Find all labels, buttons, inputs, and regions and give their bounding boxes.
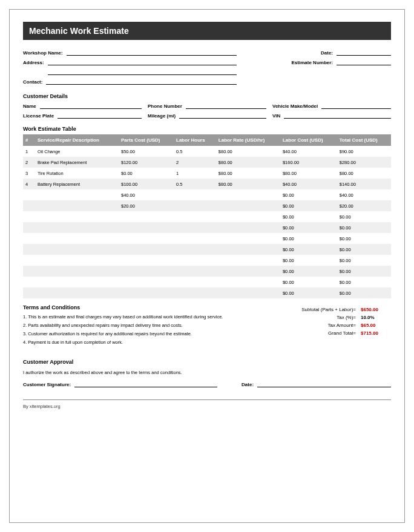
cell-desc[interactable]: [35, 244, 119, 255]
cell-hours[interactable]: [174, 211, 216, 222]
signature-input[interactable]: [74, 381, 217, 387]
cell-total[interactable]: $0.00: [337, 222, 391, 233]
cell-num[interactable]: [23, 255, 35, 266]
date-input[interactable]: [337, 50, 391, 56]
cell-desc[interactable]: [35, 233, 119, 244]
cell-rate[interactable]: [216, 287, 280, 298]
cell-rate[interactable]: [216, 244, 280, 255]
cell-num[interactable]: 3: [23, 168, 35, 179]
cell-num[interactable]: [23, 211, 35, 222]
cell-total[interactable]: $40.00: [337, 189, 391, 200]
cell-desc[interactable]: Brake Pad Replacement: [35, 157, 119, 168]
cell-hours[interactable]: 1: [174, 168, 216, 179]
vehicle-input[interactable]: [321, 103, 391, 109]
cell-hours[interactable]: [174, 277, 216, 287]
cell-parts[interactable]: [119, 233, 174, 244]
cell-desc[interactable]: Tire Rotation: [35, 168, 119, 179]
cell-desc[interactable]: [35, 266, 119, 277]
cell-labor[interactable]: $80.00: [280, 168, 337, 179]
cell-labor[interactable]: $0.00: [280, 287, 337, 298]
cell-hours[interactable]: [174, 255, 216, 266]
cell-num[interactable]: [23, 287, 35, 298]
cell-rate[interactable]: [216, 211, 280, 222]
cell-parts[interactable]: $0.00: [119, 168, 174, 179]
cell-num[interactable]: [23, 222, 35, 233]
cell-num[interactable]: [23, 189, 35, 200]
cell-labor[interactable]: $0.00: [280, 222, 337, 233]
cell-total[interactable]: $140.00: [337, 179, 391, 189]
mileage-input[interactable]: [179, 113, 266, 119]
cell-total[interactable]: $80.00: [337, 168, 391, 179]
cell-desc[interactable]: [35, 287, 119, 298]
cell-num[interactable]: [23, 200, 35, 211]
cell-rate[interactable]: [216, 277, 280, 287]
cell-total[interactable]: $0.00: [337, 255, 391, 266]
cell-total[interactable]: $280.00: [337, 157, 391, 168]
cell-hours[interactable]: 0.5: [174, 146, 216, 157]
cell-hours[interactable]: 2: [174, 157, 216, 168]
contact-input[interactable]: [46, 79, 236, 85]
cell-desc[interactable]: [35, 200, 119, 211]
cell-rate[interactable]: $80.00: [216, 157, 280, 168]
cell-parts[interactable]: [119, 277, 174, 287]
customer-name-input[interactable]: [40, 103, 142, 109]
cell-rate[interactable]: $80.00: [216, 179, 280, 189]
cell-num[interactable]: [23, 233, 35, 244]
cell-total[interactable]: $0.00: [337, 277, 391, 287]
cell-parts[interactable]: [119, 266, 174, 277]
cell-hours[interactable]: [174, 287, 216, 298]
cell-desc[interactable]: [35, 189, 119, 200]
cell-desc[interactable]: [35, 255, 119, 266]
cell-total[interactable]: $0.00: [337, 266, 391, 277]
cell-total[interactable]: $0.00: [337, 211, 391, 222]
address-input-2[interactable]: [48, 69, 237, 75]
cell-parts[interactable]: $50.00: [119, 146, 174, 157]
cell-desc[interactable]: [35, 211, 119, 222]
cell-total[interactable]: $0.00: [337, 244, 391, 255]
cell-parts[interactable]: $20.00: [119, 200, 174, 211]
cell-rate[interactable]: [216, 233, 280, 244]
cell-labor[interactable]: $0.00: [280, 266, 337, 277]
cell-labor[interactable]: $160.00: [280, 157, 337, 168]
cell-labor[interactable]: $0.00: [280, 211, 337, 222]
cell-labor[interactable]: $40.00: [280, 179, 337, 189]
cell-rate[interactable]: [216, 266, 280, 277]
cell-parts[interactable]: [119, 287, 174, 298]
cell-hours[interactable]: [174, 266, 216, 277]
cell-num[interactable]: [23, 277, 35, 287]
cell-parts[interactable]: [119, 244, 174, 255]
cell-hours[interactable]: [174, 189, 216, 200]
cell-labor[interactable]: $0.00: [280, 255, 337, 266]
customer-phone-input[interactable]: [186, 103, 266, 109]
cell-total[interactable]: $0.00: [337, 233, 391, 244]
cell-total[interactable]: $20.00: [337, 200, 391, 211]
cell-labor[interactable]: $0.00: [280, 277, 337, 287]
cell-total[interactable]: $0.00: [337, 287, 391, 298]
cell-hours[interactable]: [174, 244, 216, 255]
cell-labor[interactable]: $0.00: [280, 200, 337, 211]
cell-hours[interactable]: [174, 200, 216, 211]
cell-parts[interactable]: [119, 222, 174, 233]
cell-labor[interactable]: $40.00: [280, 146, 337, 157]
vin-input[interactable]: [284, 113, 391, 119]
cell-hours[interactable]: [174, 233, 216, 244]
cell-labor[interactable]: $0.00: [280, 244, 337, 255]
address-input-1[interactable]: [48, 59, 237, 65]
cell-desc[interactable]: [35, 222, 119, 233]
cell-hours[interactable]: [174, 222, 216, 233]
cell-desc[interactable]: Battery Replacement: [35, 179, 119, 189]
cell-rate[interactable]: [216, 255, 280, 266]
cell-hours[interactable]: 0.5: [174, 179, 216, 189]
cell-rate[interactable]: [216, 222, 280, 233]
cell-num[interactable]: 1: [23, 146, 35, 157]
license-input[interactable]: [58, 113, 142, 119]
cell-rate[interactable]: $80.00: [216, 146, 280, 157]
cell-num[interactable]: [23, 244, 35, 255]
estimate-number-input[interactable]: [337, 59, 391, 65]
cell-desc[interactable]: Oil Change: [35, 146, 119, 157]
cell-parts[interactable]: [119, 211, 174, 222]
cell-num[interactable]: 2: [23, 157, 35, 168]
cell-labor[interactable]: $0.00: [280, 233, 337, 244]
cell-num[interactable]: 4: [23, 179, 35, 189]
cell-labor[interactable]: $0.00: [280, 189, 337, 200]
